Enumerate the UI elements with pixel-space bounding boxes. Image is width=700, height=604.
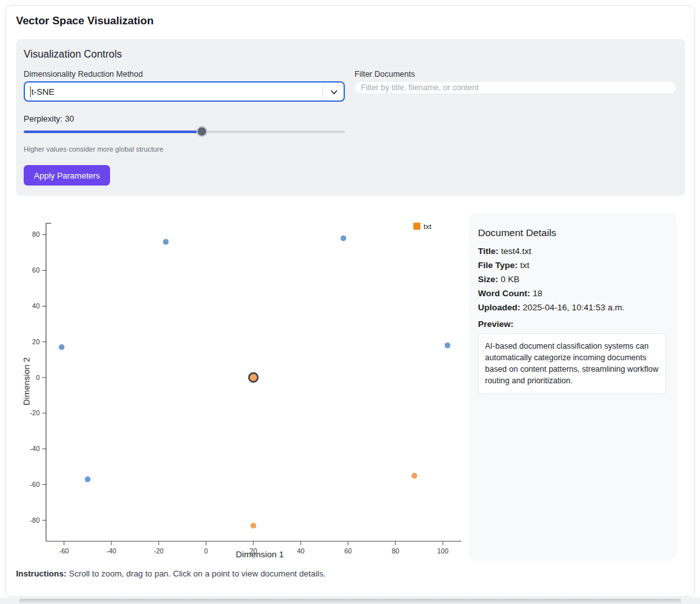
y-tick-label: 40 (32, 302, 40, 310)
filter-label: Filter Documents (354, 70, 415, 79)
document-details-panel: Document Details Title:test4.txt File Ty… (469, 213, 676, 560)
method-select[interactable]: t-SNE (24, 81, 345, 102)
data-point[interactable] (340, 235, 346, 241)
main-card: Vector Space Visualization Visualization… (5, 5, 695, 597)
data-point[interactable] (59, 344, 65, 350)
legend-label: txt (424, 223, 432, 230)
legend-swatch (413, 223, 420, 230)
detail-field-wordcount: Word Count:18 (478, 289, 667, 298)
bottom-scroll-strip[interactable] (19, 599, 681, 603)
details-heading: Document Details (478, 227, 556, 239)
slider-thumb[interactable] (196, 126, 207, 137)
chevron-down-icon[interactable] (330, 88, 338, 97)
visualization-controls-panel: Visualization Controls Dimensionality Re… (16, 39, 685, 196)
text-caret (30, 86, 31, 97)
x-tick-label: -60 (59, 547, 68, 555)
x-tick-label: -40 (106, 547, 116, 555)
x-axis-title: Dimension 1 (235, 550, 283, 559)
method-label: Dimensionality Reduction Method (24, 70, 143, 79)
instructions: Instructions:Scroll to zoom, drag to pan… (16, 569, 326, 578)
page-title: Vector Space Visualization (16, 15, 154, 28)
selected-data-point[interactable] (249, 373, 258, 382)
x-tick-label: 80 (392, 547, 399, 555)
data-point[interactable] (411, 473, 417, 479)
apply-parameters-button[interactable]: Apply Parameters (24, 165, 110, 186)
data-point[interactable] (85, 477, 91, 482)
x-tick-label: 0 (204, 547, 208, 555)
y-tick-label: 20 (32, 338, 40, 346)
detail-field-filetype: File Type:txt (478, 260, 667, 270)
data-point[interactable] (445, 342, 450, 348)
y-axis-title: Dimension 2 (22, 357, 31, 405)
preview-label: Preview: (478, 319, 514, 329)
y-tick-label: -20 (30, 409, 40, 417)
x-tick-label: 100 (437, 547, 449, 555)
y-tick-label: -80 (30, 516, 40, 524)
preview-box: AI-based document classification systems… (478, 333, 666, 394)
y-tick-label: 0 (36, 374, 40, 381)
data-point[interactable] (251, 523, 257, 528)
detail-field-title: Title:test4.txt (478, 246, 667, 256)
filter-input[interactable] (354, 81, 676, 94)
scatter-plot-canvas[interactable]: -60-40-20020406080100806040200-20-40-60-… (13, 212, 469, 565)
perplexity-slider[interactable] (24, 126, 345, 138)
y-tick-label: 60 (32, 266, 40, 274)
x-tick-label: 40 (297, 547, 305, 555)
x-tick-label: -20 (154, 547, 163, 555)
perplexity-helper-text: Higher values consider more global struc… (24, 145, 163, 153)
y-tick-label: 80 (32, 230, 40, 238)
scatter-plot[interactable]: -60-40-20020406080100806040200-20-40-60-… (13, 212, 469, 565)
data-point[interactable] (163, 239, 169, 244)
y-tick-label: -40 (30, 445, 40, 452)
y-tick-label: -60 (30, 481, 40, 488)
detail-field-uploaded: Uploaded:2025-04-16, 10:41:53 a.m. (478, 303, 667, 312)
method-selected-value: t-SNE (31, 87, 54, 97)
x-tick-label: 60 (344, 547, 352, 555)
select-separator (322, 86, 323, 97)
perplexity-label: Perplexity: 30 (24, 114, 74, 123)
controls-heading: Visualization Controls (24, 49, 122, 60)
detail-field-size: Size:0 KB (478, 274, 667, 284)
slider-fill (24, 131, 202, 133)
